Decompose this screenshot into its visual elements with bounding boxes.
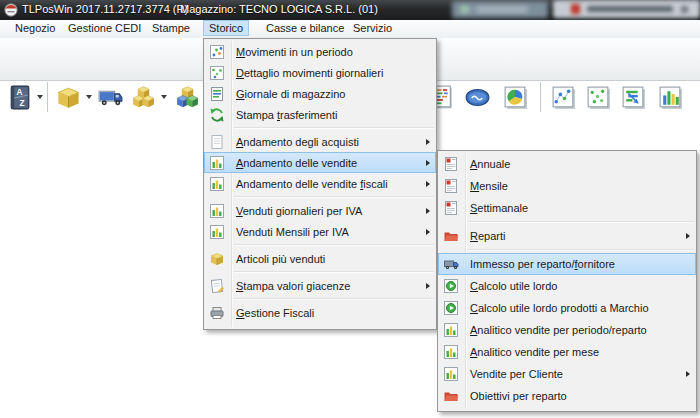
submenu-item-settimanale[interactable]: Settimanale — [438, 197, 696, 219]
menu-separator — [234, 298, 434, 300]
scatter-chart-green-icon — [208, 64, 225, 81]
menu-item-label: Andamento delle vendite fiscali — [236, 178, 388, 190]
menu-item-stampa-valori-giacenze[interactable]: Stampa valori giacenze — [204, 275, 436, 296]
az-catalog-dropdown-arrow-icon[interactable] — [35, 81, 45, 113]
menu-item-label: Immesso per reparto/fornitore — [470, 258, 615, 270]
submenu-item-calcolo-utile-lordo[interactable]: Calcolo utile lordo — [438, 275, 696, 297]
notepad-pen-icon — [208, 277, 225, 294]
submenu-arrow-icon — [426, 181, 430, 187]
submenu-item-calcolo-utile-lordo-marchio[interactable]: Calcolo utile lordo prodotti a Marchio — [438, 297, 696, 319]
document-icon — [208, 133, 225, 150]
submenu-arrow-icon — [426, 208, 430, 214]
submenu-item-vendite-per-cliente[interactable]: Vendite per Cliente — [438, 363, 696, 385]
menu-casse-e-bilance[interactable]: Casse e bilance — [261, 21, 349, 35]
submenu-arrow-icon — [426, 160, 430, 166]
app-icon[interactable] — [4, 3, 18, 17]
truck-icon — [97, 84, 124, 111]
menu-item-label: Vendite per Cliente — [470, 368, 563, 380]
scatter-green-icon — [585, 84, 612, 111]
bar-chart-icon — [442, 322, 459, 339]
folder-red-icon — [442, 228, 459, 245]
toolbar-separator — [540, 82, 542, 112]
cubes-dropdown-arrow-icon[interactable] — [159, 81, 169, 113]
menu-item-movimenti-in-un-periodo[interactable]: Movimenti in un periodo — [204, 41, 436, 62]
menu-item-andamento-delle-vendite-fiscali[interactable]: Andamento delle vendite fiscali — [204, 173, 436, 194]
menu-stampe[interactable]: Stampe — [147, 21, 195, 35]
andamento-vendite-submenu: Annuale Mensile Settimanale Reparti Imme… — [437, 150, 697, 412]
toolbar-button-package[interactable] — [53, 81, 83, 113]
annual-report-icon — [442, 156, 459, 173]
menu-item-label: Analitico vendite per periodo/reparto — [470, 324, 647, 336]
toolbar-button-money[interactable] — [462, 81, 492, 113]
toolbar-button-cubes[interactable] — [128, 81, 158, 113]
menu-negozio[interactable]: Negozio — [10, 21, 60, 35]
menu-item-label: Movimenti in un periodo — [236, 46, 353, 58]
menu-storico[interactable]: Storico — [203, 20, 249, 36]
az-catalog-icon — [6, 84, 33, 111]
store-label: Magazzino: TECNO LOGICA S.R.L. (01) — [180, 3, 378, 15]
menu-gestione-cedi[interactable]: Gestione CEDI — [63, 21, 146, 35]
package-dropdown-arrow-icon[interactable] — [84, 81, 94, 113]
window-title: TLPosWin 2017.11.2717.3774 (R) — [22, 3, 188, 15]
toolbar-separator — [47, 82, 49, 112]
toolbar-button-az-catalog[interactable] — [4, 81, 34, 113]
toolbar-button-color-cubes[interactable] — [172, 81, 202, 113]
package-icon — [55, 84, 82, 111]
bar-chart-icon — [442, 366, 459, 383]
submenu-item-analitico-vendite-periodo-reparto[interactable]: Analitico vendite per periodo/reparto — [438, 319, 696, 341]
package-icon — [208, 250, 225, 267]
menu-item-label: Andamento degli acquisti — [236, 136, 359, 148]
menu-item-venduti-giornalieri-per-iva[interactable]: Venduti giornalieri per IVA — [204, 200, 436, 221]
menu-item-dettaglio-movimenti-giornalieri[interactable]: Dettaglio movimenti giornalieri — [204, 62, 436, 83]
cubes-color-icon — [174, 84, 201, 111]
submenu-arrow-icon — [686, 233, 690, 239]
submenu-item-reparti[interactable]: Reparti — [438, 225, 696, 247]
toolbar-button-pie-chart[interactable] — [500, 81, 530, 113]
menu-item-andamento-degli-acquisti[interactable]: Andamento degli acquisti — [204, 131, 436, 152]
toolbar-button-bar-chart[interactable] — [655, 81, 685, 113]
menu-item-label: Calcolo utile lordo — [470, 280, 557, 292]
weekly-report-icon — [442, 200, 459, 217]
menu-item-andamento-delle-vendite[interactable]: Andamento delle vendite — [204, 152, 436, 173]
menu-item-label: Analitico vendite per mese — [470, 346, 599, 358]
menu-servizio[interactable]: Servizio — [348, 21, 397, 35]
toolbar-button-truck[interactable] — [95, 81, 125, 113]
submenu-item-immesso-per-reparto-fornitore[interactable]: Immesso per reparto/fornitore — [438, 253, 696, 275]
menu-item-label: Dettaglio movimenti giornalieri — [236, 67, 383, 79]
toolbar-button-gantt[interactable] — [618, 81, 648, 113]
background-window-blur — [553, 0, 700, 18]
menu-separator — [234, 271, 434, 273]
toolbar-button-scatter-blue[interactable] — [548, 81, 578, 113]
money-badge-icon — [464, 84, 491, 111]
submenu-item-mensile[interactable]: Mensile — [438, 175, 696, 197]
cubes-yellow-icon — [130, 84, 157, 111]
menu-item-giornale-di-magazzino[interactable]: Giornale di magazzino — [204, 83, 436, 104]
folder-red-icon — [442, 388, 459, 405]
menu-item-label: Obiettivi per reparto — [470, 390, 567, 402]
submenu-item-analitico-vendite-per-mese[interactable]: Analitico vendite per mese — [438, 341, 696, 363]
submenu-item-obiettivi-per-reparto[interactable]: Obiettivi per reparto — [438, 385, 696, 407]
menu-item-label: Annuale — [470, 158, 510, 170]
bar-chart-icon — [208, 202, 225, 219]
menu-item-stampa-trasferimenti[interactable]: Stampa trasferimenti — [204, 104, 436, 125]
menu-item-label: Giornale di magazzino — [236, 88, 345, 100]
bar-chart-icon — [442, 344, 459, 361]
toolbar-button-scatter-green[interactable] — [583, 81, 613, 113]
menu-separator — [468, 249, 694, 251]
storico-dropdown-menu: Movimenti in un periodo Dettaglio movime… — [203, 38, 437, 330]
title-bar: TLPosWin 2017.11.2717.3774 (R) Magazzino… — [0, 0, 700, 20]
green-circle-icon — [442, 278, 459, 295]
menu-item-label: Articoli più venduti — [236, 253, 325, 265]
menu-item-label: Mensile — [470, 180, 508, 192]
menu-item-label: Venduti giornalieri per IVA — [236, 205, 362, 217]
menu-item-gestione-fiscali[interactable]: Gestione Fiscali — [204, 302, 436, 323]
submenu-item-annuale[interactable]: Annuale — [438, 153, 696, 175]
menu-separator — [234, 196, 434, 198]
menu-separator — [234, 244, 434, 246]
gantt-arrow-icon — [620, 84, 647, 111]
menu-item-venduti-mensili-per-iva[interactable]: Venduti Mensili per IVA — [204, 221, 436, 242]
menu-item-articoli-piu-venduti[interactable]: Articoli più venduti — [204, 248, 436, 269]
green-circle-icon — [442, 300, 459, 317]
bar-chart-icon — [657, 84, 684, 111]
transfer-arrows-icon — [208, 106, 225, 123]
